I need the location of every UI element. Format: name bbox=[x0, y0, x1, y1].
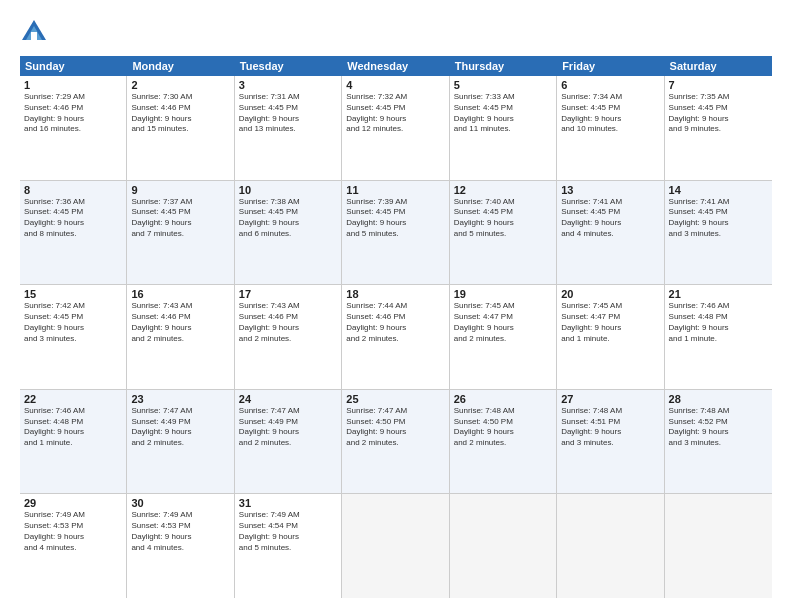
day-number: 30 bbox=[131, 497, 229, 509]
calendar-body: 1Sunrise: 7:29 AM Sunset: 4:46 PM Daylig… bbox=[20, 76, 772, 598]
day-cell-25: 25Sunrise: 7:47 AM Sunset: 4:50 PM Dayli… bbox=[342, 390, 449, 494]
day-number: 23 bbox=[131, 393, 229, 405]
day-cell-24: 24Sunrise: 7:47 AM Sunset: 4:49 PM Dayli… bbox=[235, 390, 342, 494]
day-number: 1 bbox=[24, 79, 122, 91]
header-day-thursday: Thursday bbox=[450, 56, 557, 76]
day-cell-17: 17Sunrise: 7:43 AM Sunset: 4:46 PM Dayli… bbox=[235, 285, 342, 389]
day-info: Sunrise: 7:49 AM Sunset: 4:53 PM Dayligh… bbox=[131, 510, 229, 553]
day-number: 2 bbox=[131, 79, 229, 91]
day-info: Sunrise: 7:47 AM Sunset: 4:49 PM Dayligh… bbox=[239, 406, 337, 449]
day-info: Sunrise: 7:48 AM Sunset: 4:50 PM Dayligh… bbox=[454, 406, 552, 449]
day-number: 27 bbox=[561, 393, 659, 405]
day-info: Sunrise: 7:29 AM Sunset: 4:46 PM Dayligh… bbox=[24, 92, 122, 135]
day-cell-11: 11Sunrise: 7:39 AM Sunset: 4:45 PM Dayli… bbox=[342, 181, 449, 285]
day-cell-23: 23Sunrise: 7:47 AM Sunset: 4:49 PM Dayli… bbox=[127, 390, 234, 494]
day-info: Sunrise: 7:40 AM Sunset: 4:45 PM Dayligh… bbox=[454, 197, 552, 240]
day-info: Sunrise: 7:46 AM Sunset: 4:48 PM Dayligh… bbox=[24, 406, 122, 449]
day-info: Sunrise: 7:43 AM Sunset: 4:46 PM Dayligh… bbox=[131, 301, 229, 344]
day-number: 11 bbox=[346, 184, 444, 196]
day-cell-28: 28Sunrise: 7:48 AM Sunset: 4:52 PM Dayli… bbox=[665, 390, 772, 494]
day-info: Sunrise: 7:35 AM Sunset: 4:45 PM Dayligh… bbox=[669, 92, 768, 135]
calendar: SundayMondayTuesdayWednesdayThursdayFrid… bbox=[20, 56, 772, 598]
day-cell-30: 30Sunrise: 7:49 AM Sunset: 4:53 PM Dayli… bbox=[127, 494, 234, 598]
day-info: Sunrise: 7:37 AM Sunset: 4:45 PM Dayligh… bbox=[131, 197, 229, 240]
svg-rect-2 bbox=[31, 32, 37, 40]
empty-cell bbox=[342, 494, 449, 598]
day-info: Sunrise: 7:49 AM Sunset: 4:54 PM Dayligh… bbox=[239, 510, 337, 553]
day-info: Sunrise: 7:42 AM Sunset: 4:45 PM Dayligh… bbox=[24, 301, 122, 344]
day-info: Sunrise: 7:30 AM Sunset: 4:46 PM Dayligh… bbox=[131, 92, 229, 135]
day-number: 29 bbox=[24, 497, 122, 509]
day-info: Sunrise: 7:43 AM Sunset: 4:46 PM Dayligh… bbox=[239, 301, 337, 344]
header-day-monday: Monday bbox=[127, 56, 234, 76]
day-cell-18: 18Sunrise: 7:44 AM Sunset: 4:46 PM Dayli… bbox=[342, 285, 449, 389]
day-cell-16: 16Sunrise: 7:43 AM Sunset: 4:46 PM Dayli… bbox=[127, 285, 234, 389]
day-number: 4 bbox=[346, 79, 444, 91]
day-cell-8: 8Sunrise: 7:36 AM Sunset: 4:45 PM Daylig… bbox=[20, 181, 127, 285]
day-number: 25 bbox=[346, 393, 444, 405]
day-info: Sunrise: 7:46 AM Sunset: 4:48 PM Dayligh… bbox=[669, 301, 768, 344]
day-cell-15: 15Sunrise: 7:42 AM Sunset: 4:45 PM Dayli… bbox=[20, 285, 127, 389]
calendar-row-3: 15Sunrise: 7:42 AM Sunset: 4:45 PM Dayli… bbox=[20, 285, 772, 390]
day-cell-6: 6Sunrise: 7:34 AM Sunset: 4:45 PM Daylig… bbox=[557, 76, 664, 180]
day-cell-2: 2Sunrise: 7:30 AM Sunset: 4:46 PM Daylig… bbox=[127, 76, 234, 180]
day-info: Sunrise: 7:49 AM Sunset: 4:53 PM Dayligh… bbox=[24, 510, 122, 553]
day-number: 9 bbox=[131, 184, 229, 196]
day-cell-20: 20Sunrise: 7:45 AM Sunset: 4:47 PM Dayli… bbox=[557, 285, 664, 389]
day-number: 22 bbox=[24, 393, 122, 405]
day-number: 20 bbox=[561, 288, 659, 300]
page: SundayMondayTuesdayWednesdayThursdayFrid… bbox=[0, 0, 792, 612]
day-number: 18 bbox=[346, 288, 444, 300]
day-number: 5 bbox=[454, 79, 552, 91]
day-number: 31 bbox=[239, 497, 337, 509]
day-number: 12 bbox=[454, 184, 552, 196]
day-cell-26: 26Sunrise: 7:48 AM Sunset: 4:50 PM Dayli… bbox=[450, 390, 557, 494]
day-number: 26 bbox=[454, 393, 552, 405]
day-cell-21: 21Sunrise: 7:46 AM Sunset: 4:48 PM Dayli… bbox=[665, 285, 772, 389]
day-info: Sunrise: 7:39 AM Sunset: 4:45 PM Dayligh… bbox=[346, 197, 444, 240]
day-number: 21 bbox=[669, 288, 768, 300]
calendar-row-1: 1Sunrise: 7:29 AM Sunset: 4:46 PM Daylig… bbox=[20, 76, 772, 181]
day-cell-5: 5Sunrise: 7:33 AM Sunset: 4:45 PM Daylig… bbox=[450, 76, 557, 180]
day-info: Sunrise: 7:44 AM Sunset: 4:46 PM Dayligh… bbox=[346, 301, 444, 344]
day-number: 16 bbox=[131, 288, 229, 300]
day-number: 28 bbox=[669, 393, 768, 405]
day-info: Sunrise: 7:38 AM Sunset: 4:45 PM Dayligh… bbox=[239, 197, 337, 240]
empty-cell bbox=[557, 494, 664, 598]
day-cell-10: 10Sunrise: 7:38 AM Sunset: 4:45 PM Dayli… bbox=[235, 181, 342, 285]
day-number: 6 bbox=[561, 79, 659, 91]
logo bbox=[20, 18, 52, 46]
day-number: 14 bbox=[669, 184, 768, 196]
logo-icon bbox=[20, 18, 48, 46]
calendar-row-2: 8Sunrise: 7:36 AM Sunset: 4:45 PM Daylig… bbox=[20, 181, 772, 286]
day-info: Sunrise: 7:48 AM Sunset: 4:52 PM Dayligh… bbox=[669, 406, 768, 449]
header-day-wednesday: Wednesday bbox=[342, 56, 449, 76]
calendar-header: SundayMondayTuesdayWednesdayThursdayFrid… bbox=[20, 56, 772, 76]
day-cell-4: 4Sunrise: 7:32 AM Sunset: 4:45 PM Daylig… bbox=[342, 76, 449, 180]
day-info: Sunrise: 7:41 AM Sunset: 4:45 PM Dayligh… bbox=[561, 197, 659, 240]
day-cell-1: 1Sunrise: 7:29 AM Sunset: 4:46 PM Daylig… bbox=[20, 76, 127, 180]
day-number: 24 bbox=[239, 393, 337, 405]
day-info: Sunrise: 7:36 AM Sunset: 4:45 PM Dayligh… bbox=[24, 197, 122, 240]
header-day-friday: Friday bbox=[557, 56, 664, 76]
day-cell-22: 22Sunrise: 7:46 AM Sunset: 4:48 PM Dayli… bbox=[20, 390, 127, 494]
day-number: 19 bbox=[454, 288, 552, 300]
day-info: Sunrise: 7:45 AM Sunset: 4:47 PM Dayligh… bbox=[454, 301, 552, 344]
day-cell-27: 27Sunrise: 7:48 AM Sunset: 4:51 PM Dayli… bbox=[557, 390, 664, 494]
day-cell-7: 7Sunrise: 7:35 AM Sunset: 4:45 PM Daylig… bbox=[665, 76, 772, 180]
day-cell-9: 9Sunrise: 7:37 AM Sunset: 4:45 PM Daylig… bbox=[127, 181, 234, 285]
day-number: 3 bbox=[239, 79, 337, 91]
day-info: Sunrise: 7:34 AM Sunset: 4:45 PM Dayligh… bbox=[561, 92, 659, 135]
day-cell-31: 31Sunrise: 7:49 AM Sunset: 4:54 PM Dayli… bbox=[235, 494, 342, 598]
calendar-row-4: 22Sunrise: 7:46 AM Sunset: 4:48 PM Dayli… bbox=[20, 390, 772, 495]
day-info: Sunrise: 7:32 AM Sunset: 4:45 PM Dayligh… bbox=[346, 92, 444, 135]
day-cell-14: 14Sunrise: 7:41 AM Sunset: 4:45 PM Dayli… bbox=[665, 181, 772, 285]
day-number: 13 bbox=[561, 184, 659, 196]
day-number: 10 bbox=[239, 184, 337, 196]
day-number: 17 bbox=[239, 288, 337, 300]
day-cell-29: 29Sunrise: 7:49 AM Sunset: 4:53 PM Dayli… bbox=[20, 494, 127, 598]
empty-cell bbox=[450, 494, 557, 598]
day-number: 7 bbox=[669, 79, 768, 91]
calendar-row-5: 29Sunrise: 7:49 AM Sunset: 4:53 PM Dayli… bbox=[20, 494, 772, 598]
day-info: Sunrise: 7:47 AM Sunset: 4:50 PM Dayligh… bbox=[346, 406, 444, 449]
